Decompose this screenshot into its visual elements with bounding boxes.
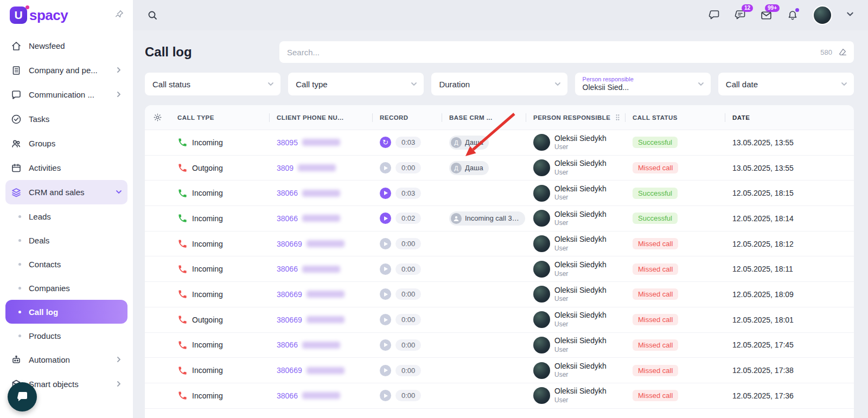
avatar bbox=[533, 311, 550, 328]
sidebar-item-company[interactable]: Company and pe... bbox=[5, 58, 127, 82]
column-header-date[interactable]: DATE bbox=[725, 114, 854, 121]
phone-number-link[interactable]: 380669 bbox=[277, 290, 302, 299]
search-input[interactable] bbox=[287, 48, 815, 57]
sidebar-item-automation[interactable]: Automation bbox=[5, 348, 127, 372]
sidebar-item-crm[interactable]: CRM and sales bbox=[5, 180, 127, 204]
status-badge: Missed call bbox=[633, 365, 678, 376]
person-role: User bbox=[554, 219, 607, 227]
sidebar-item-companies[interactable]: Companies bbox=[5, 276, 127, 300]
phone-number-link[interactable]: 380669 bbox=[277, 366, 302, 375]
play-record-button[interactable]: ↻ bbox=[380, 339, 391, 351]
play-record-button[interactable]: ↻ bbox=[380, 365, 391, 376]
phone-number-link[interactable]: 380669 bbox=[277, 316, 302, 324]
base-crm-chip[interactable]: Incoming call 38.. bbox=[449, 211, 525, 226]
comments-icon[interactable]: 12 bbox=[734, 9, 746, 21]
table-row[interactable]: Incoming 38066 ↻ 0:03 Oleksii Siedykh Us… bbox=[145, 181, 854, 206]
status-badge: Missed call bbox=[633, 288, 678, 300]
sidebar-item-newsfeed[interactable]: Newsfeed bbox=[5, 34, 127, 58]
table-row[interactable]: Incoming 380669 ↻ 0:00 Oleksii Siedykh U… bbox=[145, 282, 854, 307]
phone-number-link[interactable]: 38066 bbox=[277, 340, 298, 349]
chevron-right-icon bbox=[116, 380, 122, 389]
sidebar-item-label: Tasks bbox=[29, 114, 49, 124]
phone-number-link[interactable]: 38066 bbox=[277, 189, 298, 197]
phone-number-link[interactable]: 3809 bbox=[277, 164, 293, 172]
support-chat-button[interactable] bbox=[8, 382, 37, 411]
play-record-button[interactable]: ↻ bbox=[380, 288, 391, 300]
table-row[interactable]: Incoming 380669 ↻ 0:00 Oleksii Siedykh U… bbox=[145, 231, 854, 257]
column-header-person-responsible[interactable]: PERSON RESPONSIBLE bbox=[526, 114, 625, 121]
bell-icon[interactable] bbox=[787, 9, 799, 21]
sidebar-item-tasks[interactable]: Tasks bbox=[5, 107, 127, 131]
person-name: Oleksii Siedykh bbox=[554, 184, 607, 194]
phone-number-link[interactable]: 38066 bbox=[277, 391, 298, 400]
filter-call-status[interactable]: Call status bbox=[145, 73, 280, 95]
play-record-button[interactable]: ↻ bbox=[380, 137, 391, 148]
filter-label: Call type bbox=[296, 80, 327, 89]
phone-number-link[interactable]: 38066 bbox=[277, 214, 298, 223]
table-row[interactable]: Outgoing 380669 ↻ 0:00 Oleksii Siedykh U… bbox=[145, 307, 854, 333]
phone-number-link[interactable]: 380669 bbox=[277, 240, 302, 248]
eraser-icon[interactable] bbox=[838, 47, 847, 57]
status-badge: Missed call bbox=[633, 314, 678, 325]
filter-call-type[interactable]: Call type bbox=[288, 73, 424, 95]
play-record-button[interactable]: ↻ bbox=[380, 188, 391, 199]
sidebar-item-label: Company and pe... bbox=[29, 66, 98, 75]
record-duration: 0:00 bbox=[395, 162, 421, 173]
mail-icon[interactable]: 99+ bbox=[760, 9, 773, 22]
play-record-button[interactable]: ↻ bbox=[380, 314, 391, 325]
play-record-button[interactable]: ↻ bbox=[380, 390, 391, 401]
search-count: 580 bbox=[820, 48, 832, 56]
table-row[interactable]: Incoming 38095 ↻ 0:03 Д Даша Oleksii Sie… bbox=[145, 130, 854, 156]
table-row[interactable]: Incoming 38066 ↻ 0:02 Incoming call 38..… bbox=[145, 206, 854, 231]
table-settings-gear-icon[interactable] bbox=[153, 113, 162, 122]
notification-dot bbox=[795, 8, 799, 12]
sidebar-item-call-log[interactable]: Call log bbox=[5, 300, 127, 324]
call-date: 12.05.2025, 18:11 bbox=[725, 265, 854, 273]
column-header-client-phone[interactable]: CLIENT PHONE NU... bbox=[269, 114, 372, 121]
bullet-icon bbox=[18, 311, 21, 313]
sidebar-item-activities[interactable]: Activities bbox=[5, 156, 127, 180]
table-row[interactable]: Outgoing 3809 ↻ 0:00 Д Даша Oleksii Sied… bbox=[145, 156, 854, 181]
person-name: Oleksii Siedykh bbox=[554, 210, 607, 220]
sidebar-item-communication[interactable]: Communication ... bbox=[5, 82, 127, 107]
user-avatar[interactable] bbox=[813, 5, 832, 25]
column-header-call-status[interactable]: CALL STATUS bbox=[625, 114, 725, 121]
table-row[interactable]: Incoming 38066 ↻ 0:00 Oleksii Siedykh Us… bbox=[145, 383, 854, 409]
play-record-button[interactable]: ↻ bbox=[380, 213, 391, 224]
uspacy-logo[interactable]: U spacy bbox=[10, 7, 68, 24]
status-badge: Missed call bbox=[633, 339, 678, 351]
column-header-base-crm[interactable]: BASE CRM ... bbox=[442, 114, 526, 121]
messenger-icon[interactable] bbox=[708, 9, 720, 21]
chevron-right-icon bbox=[116, 66, 122, 75]
status-badge: Successful bbox=[633, 213, 678, 224]
filter-duration[interactable]: Duration bbox=[431, 73, 567, 95]
play-record-button[interactable]: ↻ bbox=[380, 238, 391, 249]
sidebar-item-groups[interactable]: Groups bbox=[5, 131, 127, 156]
pin-icon[interactable] bbox=[114, 9, 124, 21]
person-role: User bbox=[554, 169, 607, 177]
play-record-button[interactable]: ↻ bbox=[380, 162, 391, 173]
search-icon[interactable] bbox=[147, 10, 158, 21]
filter-call-date[interactable]: Call date bbox=[718, 73, 854, 95]
drag-handle-icon[interactable] bbox=[615, 114, 621, 121]
phone-number-link[interactable]: 38095 bbox=[277, 138, 298, 147]
phone-number-link[interactable]: 38066 bbox=[277, 265, 298, 273]
filter-label: Call date bbox=[726, 80, 758, 89]
table-row[interactable]: Incoming 38066 ↻ 0:00 Oleksii Siedykh Us… bbox=[145, 333, 854, 358]
sidebar-item-leads[interactable]: Leads bbox=[5, 204, 127, 228]
sidebar-item-deals[interactable]: Deals bbox=[5, 228, 127, 252]
sidebar-item-products[interactable]: Products bbox=[5, 324, 127, 348]
table-row[interactable]: Incoming 380669 ↻ 0:00 Oleksii Siedykh U… bbox=[145, 358, 854, 383]
sidebar-item-contacts[interactable]: Contacts bbox=[5, 252, 127, 276]
chip-avatar: Д bbox=[451, 137, 462, 148]
play-record-button[interactable]: ↻ bbox=[380, 263, 391, 275]
filter-person-responsible[interactable]: Person responsible Oleksii Sied... bbox=[575, 73, 711, 95]
base-crm-chip[interactable]: Д Даша bbox=[449, 136, 489, 150]
call-date: 12.05.2025, 18:12 bbox=[725, 240, 854, 248]
filter-label: Call status bbox=[152, 80, 190, 89]
table-row[interactable]: Incoming 38066 ↻ 0:00 Oleksii Siedykh Us… bbox=[145, 256, 854, 282]
chevron-down-icon[interactable] bbox=[846, 10, 854, 20]
base-crm-chip[interactable]: Д Даша bbox=[449, 161, 489, 175]
column-header-record[interactable]: RECORD bbox=[372, 114, 442, 121]
column-header-call-type[interactable]: CALL TYPE bbox=[170, 114, 269, 121]
